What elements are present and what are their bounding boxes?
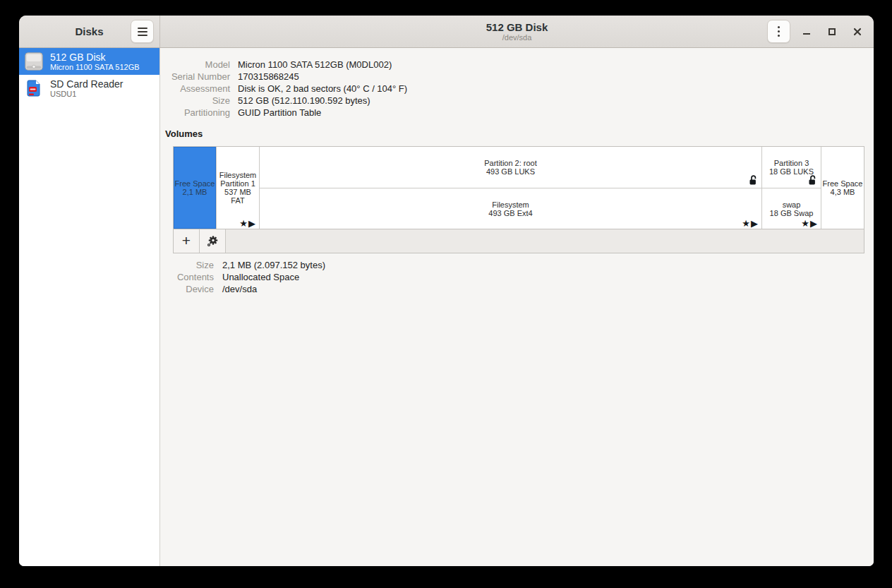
volume-size: 4,3 MB <box>831 188 855 196</box>
info-value: 170315868245 <box>238 71 874 83</box>
star-icon: ★ <box>239 218 248 229</box>
window-subtitle: /dev/sda <box>502 33 532 42</box>
info-label: Device <box>165 283 214 295</box>
info-value: 512 GB (512.110.190.592 bytes) <box>238 95 874 107</box>
maximize-button[interactable] <box>823 23 841 41</box>
info-label: Partitioning <box>165 107 230 119</box>
create-partition-button[interactable]: + <box>174 229 200 253</box>
volume-flags: ★▶ <box>239 220 256 228</box>
window-controls <box>767 20 867 43</box>
info-value: /dev/sda <box>222 283 874 295</box>
volume-size: 18 GB LUKS <box>769 167 814 176</box>
volume-toolbar: + <box>173 229 864 253</box>
volume-label: Partition 1 <box>220 179 255 188</box>
main-headerbar: 512 GB Disk /dev/sda <box>160 16 874 47</box>
volume-label: Filesystem <box>219 171 257 179</box>
info-value: Micron 1100 SATA 512GB (M0DL002) <box>238 59 874 71</box>
volumes-section-title: Volumes <box>165 128 874 139</box>
volume-partition-3: Partition 3 18 GB LUKS swap 18 GB Swap ★… <box>762 147 821 229</box>
play-icon: ▶ <box>751 218 759 229</box>
volume-label: Partition 2: root <box>484 159 537 167</box>
volume-partition-2: Partition 2: root 493 GB LUKS Filesystem… <box>260 147 762 229</box>
maximize-icon <box>827 27 837 37</box>
close-button[interactable] <box>848 23 867 41</box>
sd-card-icon <box>23 77 45 100</box>
volume-partition-1[interactable]: Filesystem Partition 1 537 MB FAT ★▶ <box>217 147 260 229</box>
window-title: 512 GB Disk <box>486 21 548 33</box>
sidebar-item-title: SD Card Reader <box>50 78 123 90</box>
volume-free-space-1[interactable]: Free Space 2,1 MB <box>174 147 217 229</box>
volumes-grid: Free Space 2,1 MB Filesystem Partition 1… <box>173 146 864 229</box>
device-sidebar: 512 GB Disk Micron 1100 SATA 512GB SD Ca… <box>19 48 160 566</box>
hamburger-menu-button[interactable] <box>131 20 154 43</box>
unlocked-icon <box>749 175 757 185</box>
volume-label: Free Space <box>175 179 215 188</box>
plus-icon: + <box>182 233 191 248</box>
volume-size: 2,1 MB <box>183 188 207 196</box>
volume-label: swap <box>783 200 801 209</box>
play-icon: ▶ <box>810 218 818 229</box>
kebab-icon <box>778 26 780 28</box>
disks-window: Disks 512 GB Disk /dev/sda <box>19 16 874 566</box>
minimize-button[interactable] <box>797 23 816 41</box>
play-icon: ▶ <box>248 218 256 229</box>
hard-disk-icon <box>23 50 45 73</box>
minimize-icon <box>802 27 812 37</box>
info-label: Serial Number <box>165 71 230 83</box>
info-label: Assessment <box>165 83 230 95</box>
volume-label: Free Space <box>823 179 863 188</box>
info-label: Size <box>165 259 214 271</box>
info-value: 2,1 MB (2.097.152 bytes) <box>222 259 874 271</box>
info-value: Disk is OK, 2 bad sectors (40° C / 104° … <box>238 83 874 95</box>
volume-label: Partition 3 <box>774 159 809 167</box>
info-value: Unallocated Space <box>222 271 874 283</box>
info-label: Model <box>165 59 230 71</box>
volume-partition-2-filesystem[interactable]: Filesystem 493 GB Ext4 ★▶ <box>260 188 761 229</box>
volume-label: Filesystem <box>492 200 529 209</box>
hamburger-icon <box>138 28 147 29</box>
volume-size: 493 GB Ext4 <box>488 209 532 217</box>
volume-free-space-2[interactable]: Free Space 4,3 MB <box>821 147 864 229</box>
volume-partition-2-container[interactable]: Partition 2: root 493 GB LUKS <box>260 147 761 188</box>
titlebar: Disks 512 GB Disk /dev/sda <box>19 16 874 48</box>
unlocked-icon <box>809 175 816 185</box>
info-label: Size <box>165 95 230 107</box>
selection-info: Size 2,1 MB (2.097.152 bytes) Contents U… <box>165 259 874 295</box>
sidebar-headerbar: Disks <box>19 16 160 47</box>
volume-size: 18 GB Swap <box>770 209 814 217</box>
volume-partition-3-swap[interactable]: swap 18 GB Swap ★▶ <box>762 188 821 229</box>
drive-info: Model Micron 1100 SATA 512GB (M0DL002) S… <box>165 59 874 119</box>
volume-partition-3-container[interactable]: Partition 3 18 GB LUKS <box>762 147 821 188</box>
info-value: GUID Partition Table <box>238 107 874 119</box>
volume-options-button[interactable] <box>200 229 226 253</box>
volume-flags: ★▶ <box>801 220 818 228</box>
sidebar-item-subtitle: USDU1 <box>50 90 123 99</box>
star-icon: ★ <box>801 218 810 229</box>
app-title: Disks <box>75 25 103 37</box>
close-icon <box>852 27 862 37</box>
sidebar-item-title: 512 GB Disk <box>50 52 140 63</box>
sidebar-item-sd-card-reader[interactable]: SD Card Reader USDU1 <box>19 75 159 102</box>
volume-flags: ★▶ <box>742 220 759 228</box>
info-label: Contents <box>165 271 214 283</box>
drive-menu-button[interactable] <box>767 20 790 43</box>
gear-icon <box>207 236 218 247</box>
sidebar-item-512gb-disk[interactable]: 512 GB Disk Micron 1100 SATA 512GB <box>19 48 159 75</box>
star-icon: ★ <box>742 218 751 229</box>
volume-size: 493 GB LUKS <box>486 167 535 176</box>
volume-size: 537 MB FAT <box>217 188 259 205</box>
sidebar-item-subtitle: Micron 1100 SATA 512GB <box>50 63 140 72</box>
drive-page: Model Micron 1100 SATA 512GB (M0DL002) S… <box>160 48 874 566</box>
